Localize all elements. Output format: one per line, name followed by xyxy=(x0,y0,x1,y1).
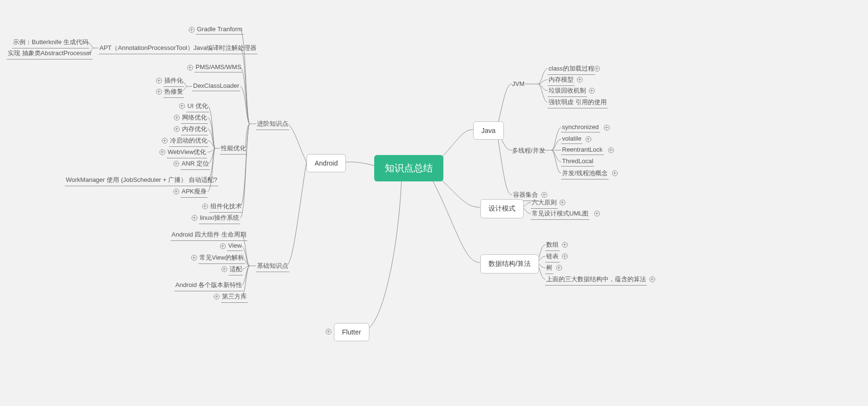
expand-icon[interactable] xyxy=(220,243,226,249)
expand-icon[interactable] xyxy=(562,242,568,248)
expand-icon[interactable] xyxy=(174,126,180,132)
expand-icon[interactable] xyxy=(608,147,614,153)
root-node[interactable]: 知识点总结 xyxy=(374,155,443,181)
node-concurrency[interactable]: 多线程/并发 xyxy=(512,146,545,155)
node-pool[interactable]: 并发/线程池概念 xyxy=(561,168,609,179)
expand-icon[interactable] xyxy=(326,329,331,334)
node-versions[interactable]: Android 各个版本新特性 xyxy=(174,280,243,291)
node-jvm[interactable]: JVM xyxy=(512,80,525,87)
node-six[interactable]: 六大原则 xyxy=(531,197,558,209)
expand-icon[interactable] xyxy=(649,276,655,282)
expand-icon[interactable] xyxy=(577,77,583,83)
expand-icon[interactable] xyxy=(556,265,562,271)
node-threadlocal[interactable]: ThredLocal xyxy=(561,156,594,167)
node-basic[interactable]: 基础知识点 xyxy=(256,261,289,272)
expand-icon[interactable] xyxy=(174,115,180,120)
node-algo[interactable]: 上面的三大数据结构中，蕴含的算法 xyxy=(545,274,647,286)
expand-icon[interactable] xyxy=(604,125,610,131)
node-linux[interactable]: linux/操作系统 xyxy=(199,213,240,224)
expand-icon[interactable] xyxy=(189,27,195,33)
expand-icon[interactable] xyxy=(589,88,595,94)
node-apk[interactable]: APK瘦身 xyxy=(181,186,208,198)
expand-icon[interactable] xyxy=(562,253,568,259)
node-cold[interactable]: 冷启动的优化 xyxy=(169,135,208,147)
expand-icon[interactable] xyxy=(192,215,197,221)
node-sync[interactable]: synchronized xyxy=(561,122,600,132)
expand-icon[interactable] xyxy=(179,103,185,109)
node-jvm-ref[interactable]: 强软弱虚 引用的使用 xyxy=(548,97,608,108)
node-perf[interactable]: 性能优化 xyxy=(220,143,247,155)
node-webview[interactable]: WebView优化 xyxy=(167,147,207,158)
node-anr[interactable]: ANR 定位 xyxy=(181,158,210,170)
node-dex[interactable]: DexClassLoader xyxy=(192,81,240,91)
node-advanced[interactable]: 进阶知识点 xyxy=(256,119,289,130)
node-component[interactable]: 组件化技术 xyxy=(209,201,243,213)
node-ui[interactable]: UI 优化 xyxy=(186,101,209,112)
node-ds[interactable]: 数据结构/算法 xyxy=(480,254,539,274)
node-java[interactable]: Java xyxy=(473,121,504,140)
expand-icon[interactable] xyxy=(202,203,208,209)
node-net[interactable]: 网络优化 xyxy=(181,112,208,124)
node-jvm-gc[interactable]: 垃圾回收机制 xyxy=(548,85,587,97)
expand-icon[interactable] xyxy=(173,189,179,194)
node-apt[interactable]: APT（AnnotationProcessorTool）Java编译时注解处理器 xyxy=(98,43,257,54)
node-jvm-class[interactable]: class的加载过程 xyxy=(548,63,595,75)
expand-icon[interactable] xyxy=(586,136,591,142)
expand-icon[interactable] xyxy=(214,294,220,299)
node-android[interactable]: Android xyxy=(306,154,346,172)
node-hotfix[interactable]: 热修复 xyxy=(163,86,184,98)
node-tree[interactable]: 树 xyxy=(545,263,553,274)
expand-icon[interactable] xyxy=(162,138,168,143)
node-apt-bk[interactable]: 示例：Butterknife 生成代码 xyxy=(12,37,89,48)
node-mem[interactable]: 内存优化 xyxy=(181,124,208,135)
expand-icon[interactable] xyxy=(221,266,227,272)
expand-icon[interactable] xyxy=(159,149,165,155)
connectors xyxy=(0,0,868,406)
node-volatile[interactable]: volatile xyxy=(561,134,582,144)
expand-icon[interactable] xyxy=(594,211,600,216)
node-array[interactable]: 数组 xyxy=(545,239,560,251)
node-wm[interactable]: WorkManager 使用 (JobScheduler + 广播） 自动适配? xyxy=(65,175,218,186)
node-gradle[interactable]: Gradle Tranform xyxy=(196,24,244,35)
node-adapt[interactable]: 适配 xyxy=(229,264,243,275)
node-viewparse[interactable]: 常见View的解析 xyxy=(198,252,245,264)
node-plugin[interactable]: 插件化 xyxy=(163,75,184,87)
expand-icon[interactable] xyxy=(560,200,565,205)
node-linkedlist[interactable]: 链表 xyxy=(545,251,560,263)
node-flutter[interactable]: Flutter xyxy=(334,323,369,341)
mindmap-canvas: 知识点总结 Java JVM class的加载过程 内存模型 垃圾回收机制 强软… xyxy=(0,0,868,406)
expand-icon[interactable] xyxy=(187,65,193,71)
node-jvm-mem[interactable]: 内存模型 xyxy=(548,74,575,86)
node-reentrant[interactable]: ReentrantLock xyxy=(561,145,604,155)
node-view[interactable]: View xyxy=(227,241,243,251)
expand-icon[interactable] xyxy=(594,66,600,72)
expand-icon[interactable] xyxy=(191,255,197,261)
node-design[interactable]: 设计模式 xyxy=(480,199,524,218)
node-4comp[interactable]: Android 四大组件 生命周期 xyxy=(171,229,247,241)
expand-icon[interactable] xyxy=(173,161,179,167)
expand-icon[interactable] xyxy=(156,89,162,95)
expand-icon[interactable] xyxy=(156,78,162,84)
node-apt-abs[interactable]: 实现 抽象类AbstractProcessor xyxy=(7,48,93,60)
node-pms[interactable]: PMS/AMS/WMS xyxy=(195,62,242,72)
node-uml[interactable]: 常见设计模式UML图 xyxy=(531,208,589,220)
node-3rd[interactable]: 第三方库 xyxy=(221,291,248,303)
expand-icon[interactable] xyxy=(612,170,618,176)
